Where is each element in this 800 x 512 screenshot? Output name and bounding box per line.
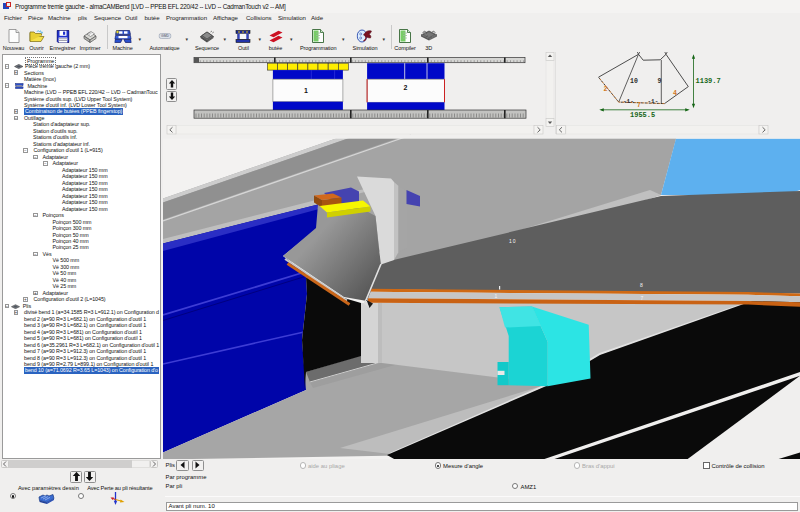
- svg-text:GMD: GMD: [161, 34, 169, 38]
- svg-text:-1-: -1-: [623, 98, 634, 105]
- svg-text:7: 7: [641, 295, 644, 301]
- svg-text:1139.7: 1139.7: [696, 77, 721, 85]
- svg-text:10: 10: [509, 238, 517, 244]
- svg-text:9: 9: [658, 78, 662, 85]
- svg-text:1955.5: 1955.5: [630, 111, 655, 119]
- svg-text:2: 2: [404, 84, 408, 91]
- svg-text:1: 1: [304, 87, 308, 94]
- svg-text:7: 7: [637, 102, 641, 109]
- svg-text:8: 8: [640, 282, 643, 288]
- svg-text:-1-: -1-: [648, 98, 659, 105]
- svg-text:10: 10: [630, 78, 638, 85]
- svg-text:1: 1: [495, 293, 498, 299]
- svg-text:2: 2: [604, 86, 608, 93]
- svg-text:4: 4: [673, 90, 677, 97]
